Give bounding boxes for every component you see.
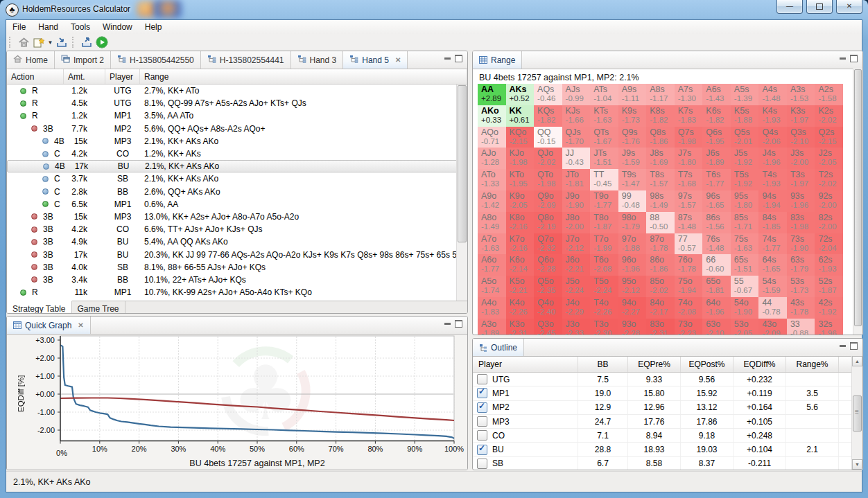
range-cell-98o[interactable]: 98o-1.79 [618,212,647,233]
range-scrollbar-thumb[interactable] [854,69,862,326]
range-cell-A3o[interactable]: A3o-1.89 [478,319,506,335]
checked-checkbox[interactable] [477,402,487,413]
new-hand-dropdown[interactable]: ▼ [46,35,54,49]
range-cell-K4s[interactable]: K4s-1.93 [758,105,787,127]
range-cell-94o[interactable]: 94o-2.27 [618,297,647,319]
range-cell-93s[interactable]: 93s-1.96 [787,190,815,212]
range-cell-J3o[interactable]: J3o-2.33 [562,319,591,335]
table-row[interactable]: 3B4.0kSB8.1%, 88+ 66-55 AJs+ AJo+ KQs [7,261,467,274]
range-cell-43o[interactable]: 43o-2.09 [758,319,787,335]
range-cell-33[interactable]: 33-0.88 [787,319,815,335]
column-header-action[interactable]: Action [7,69,64,84]
editor-tab-hand-5[interactable]: Hand 5✕ [343,51,408,69]
range-cell-Q8o[interactable]: Q8o-2.19 [534,212,562,233]
tab-strategy-table[interactable]: Strategy Table [7,301,72,314]
range-cell-KJs[interactable]: KJs-1.66 [562,105,591,127]
menu-hand[interactable]: Hand [32,21,64,33]
range-cell-T4o[interactable]: T4o-2.26 [590,297,618,319]
range-cell-K3o[interactable]: K3o-2.31 [506,319,535,335]
editor-tab-home[interactable]: Home [7,51,55,69]
table-row[interactable]: R4.5kUTG8.1%, QQ-99 A7s+ A5s-A2s AJo+ KT… [7,97,467,109]
range-cell-53o[interactable]: 53o-2.05 [731,319,759,335]
editor-tab-hand-3[interactable]: Hand 3 [291,51,344,69]
minimize-button[interactable]: — [776,0,803,14]
range-cell-76s[interactable]: 76s-1.48 [702,233,731,255]
range-cell-J7s[interactable]: J7s-1.80 [675,148,703,169]
range-cell-J4s[interactable]: J4s-1.96 [758,148,787,169]
range-cell-Q4o[interactable]: Q4o-2.40 [534,297,562,319]
range-cell-98s[interactable]: 98s-1.49 [646,190,675,212]
maximize-panel-button[interactable] [850,55,858,62]
column-header-eqpre[interactable]: EQPre% [628,357,681,372]
range-cell-AKo[interactable]: AKo+0.33 [478,105,506,127]
range-cell-KK[interactable]: KK+0.61 [506,105,535,127]
range-cell-KQs[interactable]: KQs-1.82 [534,105,562,127]
checked-checkbox[interactable] [477,388,487,398]
range-cell-84o[interactable]: 84o-2.17 [646,297,675,319]
range-cell-94s[interactable]: 94s-1.94 [758,190,787,212]
range-cell-AJo[interactable]: AJo-1.28 [478,148,506,169]
range-cell-85o[interactable]: 85o-2.02 [646,276,675,297]
range-cell-KJo[interactable]: KJo-1.98 [506,148,535,169]
column-header-player[interactable]: Player [105,69,140,84]
range-cell-87o[interactable]: 87o-1.78 [646,233,675,255]
range-cell-54s[interactable]: 54s-1.59 [758,276,787,297]
unchecked-checkbox[interactable] [477,374,487,384]
tab-outline[interactable]: Outline [473,339,524,356]
range-cell-T3s[interactable]: T3s-1.97 [787,169,815,190]
range-cell-Q9s[interactable]: Q9s-1.76 [618,127,647,148]
range-cell-A5s[interactable]: A5s-1.39 [731,84,759,105]
range-cell-A8s[interactable]: A8s-1.17 [646,84,675,105]
table-row[interactable]: R1.2kMP13.5%, AA ATo [7,109,467,122]
range-cell-JJ[interactable]: JJ-0.43 [562,148,591,169]
table-row[interactable]: 3B4.9kBU5.4%, AA QQ AKs AKo [7,235,467,248]
outline-scrollbar[interactable]: ▲ ▼ [851,356,862,470]
table-row[interactable]: 3B3.4kBB10.1%, 22+ ATs+ AJo+ KQs [7,274,467,286]
column-header-amt[interactable]: Amt. [64,69,105,84]
range-cell-J4o[interactable]: J4o-2.29 [562,297,591,319]
range-cell-QTs[interactable]: QTs-1.67 [590,127,618,148]
range-cell-83s[interactable]: 83s-1.98 [787,212,815,233]
tab-range[interactable]: Range [473,51,522,69]
range-cell-QJo[interactable]: QJo-2.02 [534,148,562,169]
range-cell-74o[interactable]: 74o-2.08 [675,297,703,319]
range-cell-Q7s[interactable]: Q7s-1.98 [675,127,703,148]
range-cell-J3s[interactable]: J3s-2.00 [787,148,815,169]
import-button[interactable] [54,35,69,49]
strategy-scrollbar-thumb[interactable] [458,85,467,242]
range-cell-Q2s[interactable]: Q2s-2.15 [815,127,843,148]
range-cell-T7o[interactable]: T7o-1.99 [590,233,618,255]
range-cell-T9s[interactable]: T9s-1.47 [618,169,647,190]
range-cell-T3o[interactable]: T3o-2.30 [590,319,618,335]
range-cell-J5s[interactable]: J5s-1.92 [731,148,759,169]
export-button[interactable] [79,35,94,49]
range-cell-65o[interactable]: 65o-1.81 [702,276,731,297]
range-cell-A6o[interactable]: A6o-1.77 [478,254,506,276]
table-row[interactable]: R11kMP110.7%, KK-99 A2s+ AJo+ A5o-A4o KT… [7,286,467,299]
range-cell-AKs[interactable]: AKs+0.52 [506,84,535,105]
range-cell-Q9o[interactable]: Q9o-2.09 [534,190,562,212]
range-cell-J5o[interactable]: J5o-2.24 [562,276,591,297]
column-header-player[interactable]: Player [473,357,578,372]
close-tab-icon[interactable]: ✕ [78,321,83,329]
range-cell-Q5s[interactable]: Q5s-2.01 [731,127,759,148]
range-cell-87s[interactable]: 87s-1.48 [675,212,703,233]
menu-tools[interactable]: Tools [64,21,96,33]
range-cell-64s[interactable]: 64s-1.65 [758,254,787,276]
range-cell-A5o[interactable]: A5o-1.74 [478,276,506,297]
range-cell-K9s[interactable]: K9s-1.73 [618,105,647,127]
range-cell-A8o[interactable]: A8o-1.49 [478,212,506,233]
range-cell-A7o[interactable]: A7o-1.63 [478,233,506,255]
column-header-range[interactable]: Range% [786,357,839,372]
new-hand-button[interactable] [31,35,46,49]
range-cell-T8o[interactable]: T8o-1.87 [590,212,618,233]
checked-checkbox[interactable] [477,445,487,455]
range-cell-K7s[interactable]: K7s-1.83 [675,105,703,127]
range-cell-ATs[interactable]: ATs-1.04 [590,84,618,105]
range-cell-63o[interactable]: 63o-2.10 [702,319,731,335]
table-row[interactable]: 3B4.2kCO6.6%, TT+ AJs+ AJo+ KJs+ QJs [7,223,467,235]
range-cell-Q5o[interactable]: Q5o-2.35 [534,276,562,297]
column-header-bb[interactable]: BB [578,357,628,372]
range-cell-A4o[interactable]: A4o-1.83 [478,297,506,319]
range-cell-Q8s[interactable]: Q8s-1.86 [646,127,675,148]
